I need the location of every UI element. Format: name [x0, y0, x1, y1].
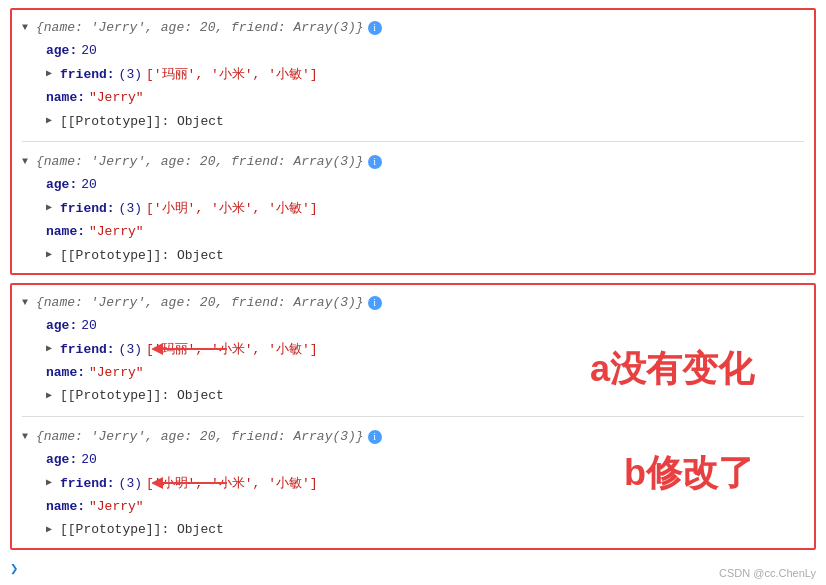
expand-arrow-3[interactable] [22, 294, 34, 312]
friend-arrow-3[interactable] [46, 340, 58, 358]
proto-arrow-4[interactable] [46, 521, 58, 539]
top-block1-proto: [[Prototype]]: Object [22, 110, 804, 133]
red-arrow-b [152, 474, 232, 492]
info-icon-1[interactable]: i [368, 21, 382, 35]
proto-arrow-3[interactable] [46, 387, 58, 405]
expand-arrow-2[interactable] [22, 153, 34, 171]
bottom-block1-header-text: {name: 'Jerry', age: 20, friend: Array(3… [36, 295, 364, 310]
bottom-section: {name: 'Jerry', age: 20, friend: Array(3… [10, 283, 816, 550]
bottom-block2-header-text: {name: 'Jerry', age: 20, friend: Array(3… [36, 429, 364, 444]
top-block2-header-text: {name: 'Jerry', age: 20, friend: Array(3… [36, 154, 364, 169]
top-block2-friend-count: (3) [119, 197, 142, 220]
bottom-block1-age: age: 20 [22, 314, 804, 337]
top-block2-age-val: 20 [81, 173, 97, 196]
bottom-block1-age-val: 20 [81, 314, 97, 337]
bottom-block2-header: {name: 'Jerry', age: 20, friend: Array(3… [22, 425, 804, 448]
bottom-block1-header: {name: 'Jerry', age: 20, friend: Array(3… [22, 291, 804, 314]
proto-arrow-2[interactable] [46, 246, 58, 264]
bottom-block2-name-val: "Jerry" [89, 495, 144, 518]
bottom-block2-name: name: "Jerry" [22, 495, 804, 518]
bottom-block1-friend-count: (3) [119, 338, 142, 361]
top-block1-friend-count: (3) [119, 63, 142, 86]
top-block2-friend: friend: (3) ['小明', '小米', '小敏'] [22, 197, 804, 220]
bottom-block2-proto-text: [[Prototype]]: Object [60, 518, 224, 541]
bottom-block1-name-val: "Jerry" [89, 361, 144, 384]
top-block2-age: age: 20 [22, 173, 804, 196]
expand-arrow-1[interactable] [22, 19, 34, 37]
friend-arrow-4[interactable] [46, 474, 58, 492]
annotation-b: b修改了 [624, 449, 754, 498]
top-block2-proto: [[Prototype]]: Object [22, 244, 804, 267]
blue-caret: ❯ [10, 560, 18, 577]
info-icon-2[interactable]: i [368, 155, 382, 169]
bottom-block1-proto-text: [[Prototype]]: Object [60, 384, 224, 407]
bottom-block2-proto: [[Prototype]]: Object [22, 518, 804, 541]
red-arrow-a [152, 340, 232, 358]
top-block2-friend-vals: ['小明', '小米', '小敏'] [146, 197, 318, 220]
top-block2-name-val: "Jerry" [89, 220, 144, 243]
top-block1-name: name: "Jerry" [22, 86, 804, 109]
top-block2-name: name: "Jerry" [22, 220, 804, 243]
top-block1-friend-vals: ['玛丽', '小米', '小敏'] [146, 63, 318, 86]
divider-bottom [22, 416, 804, 417]
top-block1-proto-text: [[Prototype]]: Object [60, 110, 224, 133]
top-block1-header-text: {name: 'Jerry', age: 20, friend: Array(3… [36, 20, 364, 35]
top-block1-header: {name: 'Jerry', age: 20, friend: Array(3… [22, 16, 804, 39]
top-block2-proto-text: [[Prototype]]: Object [60, 244, 224, 267]
top-block1-age-val: 20 [81, 39, 97, 62]
friend-arrow-2[interactable] [46, 199, 58, 217]
top-block1-age: age: 20 [22, 39, 804, 62]
proto-arrow-1[interactable] [46, 112, 58, 130]
top-block1-name-val: "Jerry" [89, 86, 144, 109]
friend-arrow-1[interactable] [46, 65, 58, 83]
annotation-a: a没有变化 [590, 345, 754, 394]
top-block1-friend: friend: (3) ['玛丽', '小米', '小敏'] [22, 63, 804, 86]
bottom-block2-age-val: 20 [81, 448, 97, 471]
watermark: CSDN @cc.ChenLy [719, 567, 816, 579]
top-section: {name: 'Jerry', age: 20, friend: Array(3… [10, 8, 816, 275]
info-icon-4[interactable]: i [368, 430, 382, 444]
top-block2-header: {name: 'Jerry', age: 20, friend: Array(3… [22, 150, 804, 173]
expand-arrow-4[interactable] [22, 428, 34, 446]
divider-top [22, 141, 804, 142]
bottom-block2-friend-count: (3) [119, 472, 142, 495]
info-icon-3[interactable]: i [368, 296, 382, 310]
